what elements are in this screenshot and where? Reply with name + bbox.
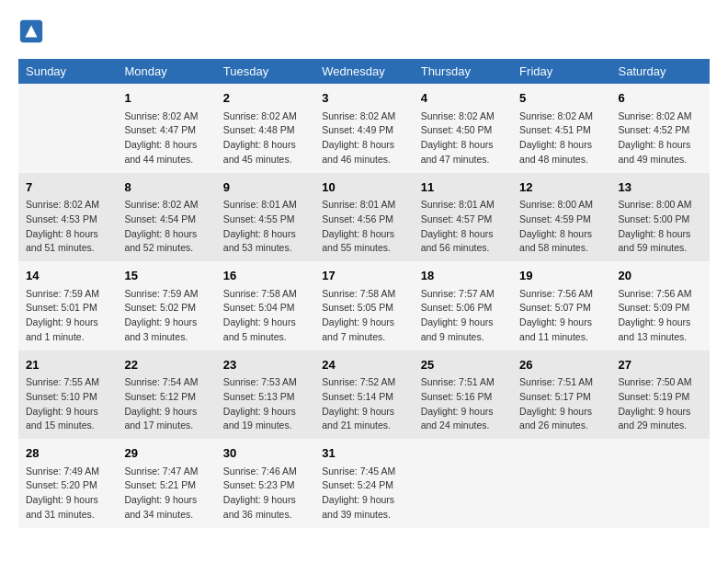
calendar-row: 14Sunrise: 7:59 AMSunset: 5:01 PMDayligh… xyxy=(18,261,710,350)
day-number: 27 xyxy=(619,356,702,374)
calendar-cell: 26Sunrise: 7:51 AMSunset: 5:17 PMDayligh… xyxy=(512,350,610,440)
calendar-cell: 29Sunrise: 7:47 AMSunset: 5:21 PMDayligh… xyxy=(117,439,215,528)
calendar-cell: 28Sunrise: 7:49 AMSunset: 5:20 PMDayligh… xyxy=(18,439,117,528)
day-number: 23 xyxy=(223,356,307,374)
calendar-cell: 19Sunrise: 7:56 AMSunset: 5:07 PMDayligh… xyxy=(512,261,610,350)
day-number: 4 xyxy=(421,89,505,108)
calendar-cell: 17Sunrise: 7:58 AMSunset: 5:05 PMDayligh… xyxy=(314,261,413,350)
header-cell: Tuesday xyxy=(216,59,314,84)
calendar-cell: 16Sunrise: 7:58 AMSunset: 5:04 PMDayligh… xyxy=(216,261,314,350)
day-number: 29 xyxy=(124,444,208,463)
day-info: Sunrise: 7:59 AMSunset: 5:01 PMDaylight:… xyxy=(26,287,109,345)
day-number: 9 xyxy=(223,178,307,197)
calendar-cell: 23Sunrise: 7:53 AMSunset: 5:13 PMDayligh… xyxy=(216,350,314,440)
day-number: 11 xyxy=(421,178,505,197)
calendar-cell: 9Sunrise: 8:01 AMSunset: 4:55 PMDaylight… xyxy=(216,173,314,262)
calendar-cell: 20Sunrise: 7:56 AMSunset: 5:09 PMDayligh… xyxy=(611,261,710,350)
header-cell: Friday xyxy=(512,59,610,84)
day-info: Sunrise: 8:02 AMSunset: 4:50 PMDaylight:… xyxy=(421,109,505,167)
day-info: Sunrise: 8:01 AMSunset: 4:57 PMDaylight:… xyxy=(421,198,505,256)
day-number: 6 xyxy=(619,89,702,108)
header-cell: Monday xyxy=(117,59,215,84)
calendar-header: SundayMondayTuesdayWednesdayThursdayFrid… xyxy=(18,59,710,84)
day-info: Sunrise: 7:45 AMSunset: 5:24 PMDaylight:… xyxy=(322,465,405,523)
day-info: Sunrise: 8:02 AMSunset: 4:52 PMDaylight:… xyxy=(619,109,702,167)
day-number: 28 xyxy=(26,444,109,463)
day-info: Sunrise: 8:02 AMSunset: 4:54 PMDaylight:… xyxy=(124,198,208,256)
day-info: Sunrise: 7:54 AMSunset: 5:12 PMDaylight:… xyxy=(124,375,208,433)
day-number: 1 xyxy=(124,89,208,108)
day-info: Sunrise: 7:47 AMSunset: 5:21 PMDaylight:… xyxy=(124,465,208,523)
calendar-cell: 8Sunrise: 8:02 AMSunset: 4:54 PMDaylight… xyxy=(117,173,215,262)
day-info: Sunrise: 7:58 AMSunset: 5:05 PMDaylight:… xyxy=(322,287,405,345)
day-info: Sunrise: 8:00 AMSunset: 5:00 PMDaylight:… xyxy=(619,198,702,256)
day-number: 17 xyxy=(322,267,405,285)
day-info: Sunrise: 7:50 AMSunset: 5:19 PMDaylight:… xyxy=(619,375,702,433)
header-cell: Thursday xyxy=(414,59,512,84)
calendar-row: 1Sunrise: 8:02 AMSunset: 4:47 PMDaylight… xyxy=(18,84,710,173)
calendar-cell: 31Sunrise: 7:45 AMSunset: 5:24 PMDayligh… xyxy=(314,439,413,528)
day-info: Sunrise: 7:55 AMSunset: 5:10 PMDaylight:… xyxy=(26,375,109,433)
day-info: Sunrise: 7:56 AMSunset: 5:07 PMDaylight:… xyxy=(519,287,603,345)
calendar-cell: 3Sunrise: 8:02 AMSunset: 4:49 PMDaylight… xyxy=(314,84,413,173)
calendar-cell: 24Sunrise: 7:52 AMSunset: 5:14 PMDayligh… xyxy=(314,350,413,440)
page-header xyxy=(18,18,710,44)
day-number: 8 xyxy=(124,178,208,197)
calendar-row: 28Sunrise: 7:49 AMSunset: 5:20 PMDayligh… xyxy=(18,439,710,528)
day-number: 31 xyxy=(322,444,405,463)
calendar-cell: 5Sunrise: 8:02 AMSunset: 4:51 PMDaylight… xyxy=(512,84,610,173)
day-info: Sunrise: 8:02 AMSunset: 4:49 PMDaylight:… xyxy=(322,109,405,167)
calendar-cell: 2Sunrise: 8:02 AMSunset: 4:48 PMDaylight… xyxy=(216,84,314,173)
day-info: Sunrise: 7:53 AMSunset: 5:13 PMDaylight:… xyxy=(223,375,307,433)
calendar-cell: 27Sunrise: 7:50 AMSunset: 5:19 PMDayligh… xyxy=(611,350,710,440)
day-number: 10 xyxy=(322,178,405,197)
calendar-cell: 11Sunrise: 8:01 AMSunset: 4:57 PMDayligh… xyxy=(414,173,512,262)
day-info: Sunrise: 7:51 AMSunset: 5:16 PMDaylight:… xyxy=(421,375,505,433)
day-number: 26 xyxy=(519,356,603,374)
calendar-cell: 6Sunrise: 8:02 AMSunset: 4:52 PMDaylight… xyxy=(611,84,710,173)
calendar-cell: 25Sunrise: 7:51 AMSunset: 5:16 PMDayligh… xyxy=(414,350,512,440)
logo xyxy=(18,18,48,44)
header-cell: Wednesday xyxy=(314,59,413,84)
day-info: Sunrise: 7:51 AMSunset: 5:17 PMDaylight:… xyxy=(519,375,603,433)
day-info: Sunrise: 7:59 AMSunset: 5:02 PMDaylight:… xyxy=(124,287,208,345)
calendar-cell: 15Sunrise: 7:59 AMSunset: 5:02 PMDayligh… xyxy=(117,261,215,350)
day-number: 24 xyxy=(322,356,405,374)
day-number: 18 xyxy=(421,267,505,285)
header-cell: Sunday xyxy=(18,59,117,84)
day-info: Sunrise: 8:02 AMSunset: 4:51 PMDaylight:… xyxy=(519,109,603,167)
day-number: 3 xyxy=(322,89,405,108)
day-number: 5 xyxy=(519,89,603,108)
calendar-cell: 22Sunrise: 7:54 AMSunset: 5:12 PMDayligh… xyxy=(117,350,215,440)
day-number: 15 xyxy=(124,267,208,285)
day-info: Sunrise: 7:57 AMSunset: 5:06 PMDaylight:… xyxy=(421,287,505,345)
calendar-row: 7Sunrise: 8:02 AMSunset: 4:53 PMDaylight… xyxy=(18,173,710,262)
day-info: Sunrise: 8:00 AMSunset: 4:59 PMDaylight:… xyxy=(519,198,603,256)
calendar-cell: 1Sunrise: 8:02 AMSunset: 4:47 PMDaylight… xyxy=(117,84,215,173)
day-number: 2 xyxy=(223,89,307,108)
day-info: Sunrise: 8:01 AMSunset: 4:55 PMDaylight:… xyxy=(223,198,307,256)
calendar-cell xyxy=(414,439,512,528)
day-number: 21 xyxy=(26,356,109,374)
day-number: 25 xyxy=(421,356,505,374)
day-number: 12 xyxy=(519,178,603,197)
calendar-cell: 10Sunrise: 8:01 AMSunset: 4:56 PMDayligh… xyxy=(314,173,413,262)
calendar-row: 21Sunrise: 7:55 AMSunset: 5:10 PMDayligh… xyxy=(18,350,710,440)
day-number: 30 xyxy=(223,444,307,463)
day-info: Sunrise: 7:46 AMSunset: 5:23 PMDaylight:… xyxy=(223,465,307,523)
day-info: Sunrise: 8:02 AMSunset: 4:53 PMDaylight:… xyxy=(26,198,109,256)
calendar-cell: 4Sunrise: 8:02 AMSunset: 4:50 PMDaylight… xyxy=(414,84,512,173)
day-info: Sunrise: 8:02 AMSunset: 4:47 PMDaylight:… xyxy=(124,109,208,167)
day-info: Sunrise: 7:52 AMSunset: 5:14 PMDaylight:… xyxy=(322,375,405,433)
day-number: 20 xyxy=(619,267,702,285)
calendar-cell: 13Sunrise: 8:00 AMSunset: 5:00 PMDayligh… xyxy=(611,173,710,262)
day-number: 19 xyxy=(519,267,603,285)
calendar-body: 1Sunrise: 8:02 AMSunset: 4:47 PMDaylight… xyxy=(18,84,710,528)
logo-icon xyxy=(18,18,44,44)
day-number: 22 xyxy=(124,356,208,374)
day-number: 16 xyxy=(223,267,307,285)
day-info: Sunrise: 7:49 AMSunset: 5:20 PMDaylight:… xyxy=(26,465,109,523)
day-number: 13 xyxy=(619,178,702,197)
calendar-cell: 18Sunrise: 7:57 AMSunset: 5:06 PMDayligh… xyxy=(414,261,512,350)
header-cell: Saturday xyxy=(611,59,710,84)
